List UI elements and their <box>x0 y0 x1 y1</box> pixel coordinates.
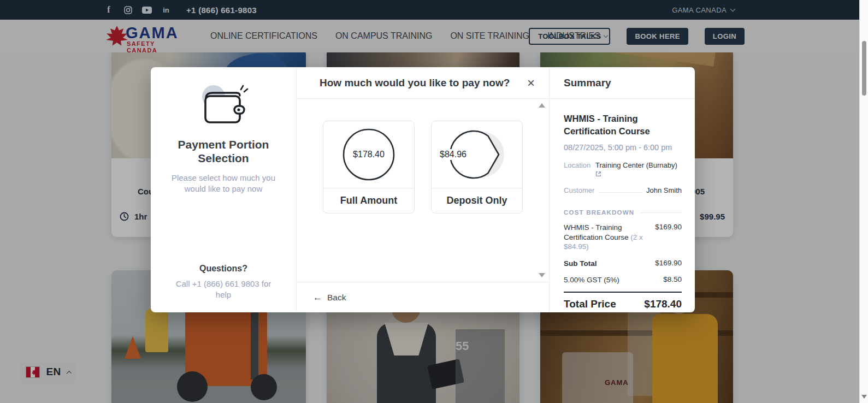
scroll-down-icon[interactable] <box>539 273 545 277</box>
deposit-only-option[interactable]: $84.96 Deposit Only <box>431 121 523 214</box>
questions-block: Questions? Call +1 (866) 661 9803 for he… <box>151 264 296 300</box>
location-label: Location <box>564 161 591 169</box>
questions-title: Questions? <box>151 264 296 274</box>
summary-datetime: 08/27/2025, 5:00 pm - 6:00 pm <box>564 143 682 152</box>
summary-panel: Summary WHMIS - Training Certification C… <box>550 67 695 312</box>
cost-breakdown-header: COST BREAKDOWN <box>564 209 682 216</box>
page: Cou 1hr 005 $99.95 <box>0 0 868 403</box>
customer-row: Customer John Smith <box>564 186 682 194</box>
external-link-icon[interactable] <box>595 171 601 177</box>
tax-row: 5.00% GST (5%) $8.50 <box>564 275 682 285</box>
scrollbar-thumb[interactable] <box>862 41 866 96</box>
summary-course-title: WHMIS - Training Certification Course <box>564 112 682 138</box>
divider <box>640 212 682 213</box>
panel-subtitle: Please select how much you would like to… <box>167 173 280 195</box>
back-label: Back <box>327 293 346 303</box>
deposit-only-label: Deposit Only <box>432 188 522 213</box>
subtotal-label: Sub Total <box>564 259 597 269</box>
scroll-up-icon[interactable] <box>539 103 545 108</box>
full-amount-value: $178.40 <box>340 126 397 183</box>
payment-portion-panel: Payment Portion Selection Please select … <box>151 67 296 312</box>
total-value: $178.40 <box>644 298 682 310</box>
scrollbar-down-arrow[interactable] <box>861 395 867 399</box>
line-item-price: $169.90 <box>655 223 682 231</box>
total-label: Total Price <box>564 298 616 310</box>
payment-modal: Payment Portion Selection Please select … <box>151 67 695 312</box>
payment-options-panel: How much would you like to pay now? × $1… <box>296 67 550 312</box>
back-button[interactable]: ← Back <box>310 292 349 304</box>
back-arrow-icon: ← <box>313 292 322 303</box>
full-circle-icon: $178.40 <box>340 126 397 183</box>
tax-label: 5.00% GST (5%) <box>564 275 619 285</box>
customer-value: John Smith <box>646 186 682 194</box>
summary-title: Summary <box>564 77 611 89</box>
deposit-pie-icon: $84.96 <box>448 128 505 181</box>
total-row: Total Price $178.40 <box>564 292 682 310</box>
location-row: Location Training Center (Burnaby) <box>564 161 682 177</box>
subtotal-row: Sub Total $169.90 <box>564 259 682 269</box>
panel-title: Payment Portion Selection <box>166 138 281 165</box>
wallet-icon <box>198 82 249 131</box>
line-item-name: WHMIS - Training Certification Course <box>564 223 630 241</box>
leader-line <box>599 188 642 193</box>
subtotal-value: $169.90 <box>655 259 682 267</box>
tax-value: $8.50 <box>663 275 682 283</box>
deposit-amount-value: $84.96 <box>439 149 468 160</box>
full-amount-option[interactable]: $178.40 Full Amount <box>323 121 415 214</box>
full-amount-label: Full Amount <box>323 188 414 213</box>
location-value: Training Center (Burnaby) <box>595 161 677 169</box>
questions-help-link[interactable]: Call +1 (866) 661 9803 for help <box>169 278 277 300</box>
line-item-row: WHMIS - Training Certification Course (2… <box>564 223 682 252</box>
cost-breakdown-title: COST BREAKDOWN <box>564 209 634 216</box>
scrollbar[interactable] <box>859 0 868 403</box>
modal-title: How much would you like to pay now? <box>320 77 510 89</box>
close-icon[interactable]: × <box>523 75 539 91</box>
customer-label: Customer <box>564 186 594 194</box>
